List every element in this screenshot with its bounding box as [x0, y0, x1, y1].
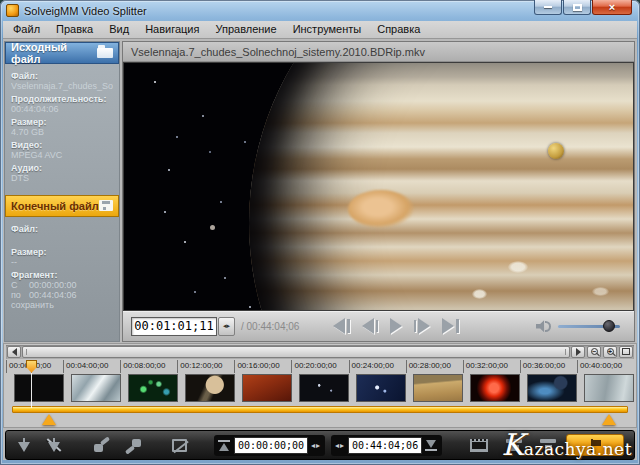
source-file-label: Файл: [11, 71, 113, 81]
set-end-icon[interactable] [425, 439, 438, 452]
end-arrows-icon[interactable]: ◂▸ [335, 441, 345, 450]
fragment-end-group: ◂▸ 00:44:04;06 [331, 435, 442, 456]
timeline-panel: − + 00:00:00;0000:04:00;0000:08:00;0000:… [3, 343, 637, 428]
play-icon [390, 318, 402, 334]
timeline-thumbnail-red-star[interactable] [470, 374, 520, 402]
bar-icon [414, 320, 416, 332]
folder-icon [97, 48, 113, 58]
arrow-left-icon [12, 348, 17, 356]
moon-io [548, 143, 564, 159]
timeline-thumbnail-starfield[interactable] [299, 374, 349, 402]
start-arrows-icon[interactable]: ◂▸ [311, 441, 321, 450]
source-audio-value: DTS [11, 173, 113, 183]
speaker-wave [545, 321, 551, 332]
video-preview[interactable] [123, 62, 634, 311]
save-disk-icon [99, 200, 113, 211]
cut-fragment-button[interactable] [124, 438, 141, 453]
trim-start-marker[interactable] [42, 414, 56, 425]
trim-marker-strip [4, 413, 636, 426]
menu-item-control[interactable]: Управление [207, 21, 284, 37]
ruler-tick: 00:12:00;00 [177, 360, 234, 373]
menu-item-file[interactable]: Файл [5, 21, 48, 37]
menu-item-edit[interactable]: Правка [48, 21, 101, 37]
set-start-icon[interactable] [218, 439, 231, 452]
prev-frame-button[interactable] [362, 318, 378, 334]
trim-end-marker[interactable] [602, 414, 616, 425]
watermark: Kazachya.net [501, 434, 632, 459]
sidebar: Исходный файл Файл:Vselennaja.7_chudes_S… [4, 41, 120, 342]
volume-control [536, 320, 626, 333]
fragment-from-row: С 00:00:00:00 [11, 280, 113, 290]
source-size-value: 4.70 GB [11, 127, 113, 137]
starfield-decor [154, 81, 156, 83]
ruler-tick: 00:32:00;00 [463, 360, 520, 373]
remove-marker-button[interactable] [46, 438, 63, 453]
app-icon [6, 4, 19, 17]
speaker-icon[interactable] [536, 320, 551, 333]
fragment-end-input[interactable]: 00:44:04;06 [348, 437, 422, 454]
timeline-thumbnail-red-surface[interactable] [242, 374, 292, 402]
volume-slider[interactable] [558, 325, 620, 328]
timeline-thumbnails [4, 374, 636, 404]
ruler-tick: 00:08:00;00 [120, 360, 177, 373]
fragment-note: сохранить [11, 300, 113, 310]
timeline-thumbnail-space-planet[interactable] [527, 374, 577, 402]
menu-item-navigation[interactable]: Навигация [137, 21, 207, 37]
menu-bar: ФайлПравкаВидНавигацияУправлениеИнструме… [3, 21, 637, 39]
invert-timeline-button[interactable] [172, 439, 187, 452]
filmstrip-button[interactable] [470, 439, 488, 452]
bottom-toolbar: 00:00:00;00 ◂▸ ◂▸ 00:44:04;06 Kazachya.n… [5, 430, 635, 460]
zoom-in-icon: + [607, 348, 614, 355]
next-frame-button[interactable] [414, 318, 430, 334]
close-button[interactable]: × [592, 0, 632, 15]
maximize-button[interactable] [563, 0, 591, 15]
keep-fragment-button[interactable] [94, 438, 111, 453]
timeline-ruler[interactable]: 00:00:00;0000:04:00;0000:08:00;0000:12:0… [6, 360, 634, 373]
window-controls: × [533, 0, 632, 15]
volume-handle[interactable] [603, 320, 615, 332]
timeline-thumbnail-gray-clouds[interactable] [584, 374, 634, 402]
time-spinner[interactable]: ◂▸ [218, 317, 235, 336]
timeline-thumbnail-star-chart[interactable] [356, 374, 406, 402]
source-panel-body: Файл:Vselennaja.7_chudes_SolnechПродолжи… [5, 64, 119, 185]
timeline-thumbnail-dune[interactable] [413, 374, 463, 402]
timeline-thumbnail-saturn[interactable] [185, 374, 235, 402]
prev-marker-button[interactable] [333, 318, 350, 334]
jupiter-planet [249, 62, 634, 311]
zoom-in-button[interactable]: + [603, 346, 617, 358]
menu-item-view[interactable]: Вид [101, 21, 137, 37]
zoom-out-button[interactable]: − [587, 346, 601, 358]
play-button[interactable] [390, 318, 402, 334]
source-video-label: Видео: [11, 140, 113, 150]
menu-item-help[interactable]: Справка [369, 21, 428, 37]
triangle-right-icon [418, 318, 430, 334]
scroll-left-button[interactable] [7, 346, 21, 358]
minimize-button[interactable] [534, 0, 562, 15]
menu-item-tools[interactable]: Инструменты [285, 21, 370, 37]
timeline-thumbnail-green-sparkles[interactable] [128, 374, 178, 402]
scrollbar-thumb[interactable] [22, 346, 570, 358]
source-audio-label: Аудио: [11, 163, 113, 173]
fragment-to-value: 00:44:04:06 [29, 290, 77, 300]
fragment-from-label: С [11, 280, 29, 290]
fragment-start-group: 00:00:00;00 ◂▸ [214, 435, 325, 456]
video-filename: Vselennaja.7_chudes_Solnechnoj_sistemy.2… [123, 42, 634, 62]
fragment-start-input[interactable]: 00:00:00;00 [234, 437, 308, 454]
bar-icon [456, 319, 459, 333]
output-panel-header: Конечный файл [5, 195, 119, 217]
maximize-icon [573, 4, 582, 11]
next-marker-button[interactable] [442, 318, 459, 334]
timeline-thumbnail-ice-surface[interactable] [71, 374, 121, 402]
triangle-right-icon [442, 318, 454, 334]
selection-bar[interactable] [12, 406, 628, 413]
triangle-left-icon [362, 318, 374, 334]
fit-timeline-button[interactable] [619, 346, 633, 358]
fragment-from-value: 00:00:00:00 [29, 280, 77, 290]
storm-oval [472, 289, 487, 299]
add-marker-button[interactable] [16, 438, 33, 453]
timeline-thumbnail-black-frame[interactable] [14, 374, 64, 402]
current-time-input[interactable]: 00:01:01;11 [131, 317, 217, 336]
scroll-right-button[interactable] [571, 346, 585, 358]
fragment-to-label: по [11, 290, 29, 300]
great-red-spot [348, 190, 414, 228]
